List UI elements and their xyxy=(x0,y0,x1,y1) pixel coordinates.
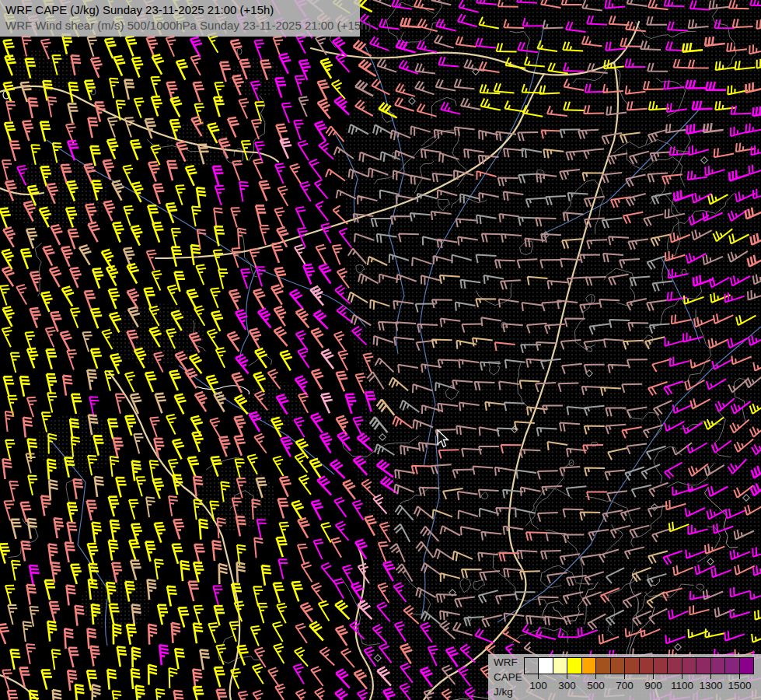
wind-barb xyxy=(93,684,101,700)
wind-barb xyxy=(211,289,221,308)
wind-barb xyxy=(27,397,37,417)
wind-barb xyxy=(196,265,206,285)
wind-barb xyxy=(195,392,207,411)
wind-barb xyxy=(132,58,143,77)
wind-barb xyxy=(123,166,133,185)
wind-barb xyxy=(274,583,285,603)
wind-barb xyxy=(131,140,141,159)
wind-barb xyxy=(194,624,203,644)
wind-barb xyxy=(236,355,249,374)
wind-barb xyxy=(172,229,181,248)
wind-barb xyxy=(295,207,305,227)
wind-barb xyxy=(95,477,104,497)
wind-barb xyxy=(43,246,54,265)
wind-barb xyxy=(146,497,155,517)
wind-barb xyxy=(276,124,287,144)
wind-barb xyxy=(105,39,117,58)
wind-barb xyxy=(88,118,98,138)
wind-barb xyxy=(159,645,169,665)
legend-cell xyxy=(610,658,624,674)
wind-barb xyxy=(129,541,140,560)
wind-barb xyxy=(63,376,72,396)
wind-barb xyxy=(172,623,180,643)
wind-barb xyxy=(152,271,162,291)
legend-tick-mark xyxy=(595,674,596,679)
wind-barb xyxy=(274,644,284,663)
wind-barb xyxy=(314,310,328,329)
wind-barb xyxy=(175,649,185,669)
wind-barb xyxy=(67,350,77,369)
wind-barb xyxy=(54,518,64,538)
wind-barb xyxy=(2,250,13,269)
wind-barb xyxy=(88,544,99,563)
wind-barb xyxy=(258,309,271,328)
wind-barb xyxy=(110,79,119,99)
wind-barb xyxy=(26,229,37,248)
legend-cell xyxy=(553,658,567,674)
wind-barb xyxy=(194,82,204,102)
wind-barb xyxy=(215,226,225,246)
weather-map-viewport: WRF CAPE (J/kg) Sunday 23-11-2025 21:00 … xyxy=(0,0,761,700)
wind-barb xyxy=(294,664,305,684)
wind-barb xyxy=(152,96,162,116)
wind-barb xyxy=(253,289,265,309)
wind-barb xyxy=(150,418,160,437)
wind-barb xyxy=(0,624,9,644)
wind-barb xyxy=(312,583,324,603)
wind-barb xyxy=(2,459,12,479)
legend-cell xyxy=(739,658,753,674)
wind-barb xyxy=(333,245,343,265)
wind-barb xyxy=(131,561,141,580)
wind-barb xyxy=(300,182,311,201)
wind-barb xyxy=(232,373,243,393)
wind-barb xyxy=(295,624,307,643)
wind-barb xyxy=(290,289,303,308)
wind-barb xyxy=(87,37,96,56)
wind-barb xyxy=(295,245,305,264)
wind-barb xyxy=(278,499,289,518)
wind-barb xyxy=(176,185,186,205)
wind-barb xyxy=(351,583,364,602)
wind-barb xyxy=(26,453,35,473)
wind-barb xyxy=(234,416,246,436)
wind-barb xyxy=(131,394,142,414)
wind-barb xyxy=(147,37,158,57)
wind-barb xyxy=(21,249,32,269)
wind-barb xyxy=(169,668,178,688)
wind-barb xyxy=(47,374,57,394)
wind-barb xyxy=(230,622,240,642)
wind-barb xyxy=(341,649,354,667)
wind-barb xyxy=(272,243,283,263)
legend-cell xyxy=(667,658,681,674)
wind-barb xyxy=(239,691,249,700)
legend-tick-label: 1300 xyxy=(699,680,722,691)
wind-barb xyxy=(12,561,21,581)
wind-barb xyxy=(11,353,20,373)
wind-barb xyxy=(214,208,223,229)
wind-barb xyxy=(88,222,99,242)
map-title-cape: WRF CAPE (J/kg) Sunday 23-11-2025 21:00 … xyxy=(5,2,354,18)
wind-barb xyxy=(108,117,118,137)
wind-barb xyxy=(268,667,280,687)
wind-barb xyxy=(175,394,187,414)
wind-barb xyxy=(315,121,327,141)
legend-tick-mark xyxy=(538,674,539,679)
wind-barb xyxy=(50,602,60,621)
wind-barb xyxy=(210,418,220,438)
wind-barb xyxy=(155,523,166,542)
wind-barb xyxy=(321,523,331,543)
wind-barb xyxy=(145,373,156,392)
wind-barb xyxy=(302,562,312,582)
wind-barb xyxy=(89,397,99,416)
wind-barb xyxy=(46,327,56,347)
wind-barb xyxy=(241,269,251,289)
wind-barb xyxy=(213,166,224,186)
wind-barb xyxy=(335,600,349,619)
wind-barb xyxy=(166,203,177,222)
wind-barb xyxy=(317,476,331,495)
wind-barb xyxy=(298,544,308,565)
wind-barb xyxy=(277,604,287,623)
map-title-windshear: WRF Wind shear (m/s) 500/1000hPa Sunday … xyxy=(5,18,354,33)
wind-barb xyxy=(74,479,83,499)
wind-barb xyxy=(125,416,136,436)
